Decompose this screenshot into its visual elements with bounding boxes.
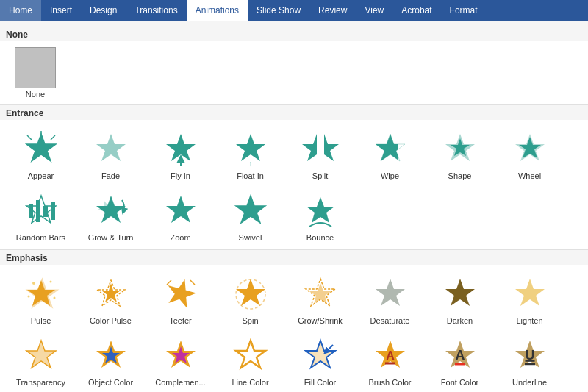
menu-insert[interactable]: Insert	[41, 0, 81, 21]
none-label: None	[26, 90, 45, 99]
complementary-label: Complemen...	[155, 378, 205, 387]
anim-flyin[interactable]: Fly In	[146, 123, 215, 185]
appear-icon	[21, 129, 62, 170]
animations-panel: None None Entrance Appear	[0, 21, 588, 392]
menu-acrobat[interactable]: Acrobat	[392, 0, 440, 21]
svg-text:A: A	[386, 349, 395, 362]
appear-label: Appear	[28, 171, 54, 180]
anim-none[interactable]: None	[6, 44, 65, 101]
split-label: Split	[312, 171, 328, 180]
entrance-grid: Appear Fade Fly In	[0, 120, 588, 250]
darken-icon	[440, 274, 481, 315]
anim-appear[interactable]: Appear	[6, 123, 76, 185]
split-icon	[300, 129, 341, 170]
desaturate-icon	[370, 274, 411, 315]
bounce-icon	[300, 190, 341, 232]
svg-rect-22	[29, 204, 33, 218]
svg-text:↑: ↑	[248, 160, 252, 168]
wheel-icon	[509, 129, 551, 170]
shape-icon	[440, 129, 481, 170]
anim-desaturate[interactable]: Desaturate	[355, 268, 425, 329]
colorpulse-label: Color Pulse	[90, 316, 132, 325]
growshrink-icon	[300, 274, 341, 315]
fillcolor-icon	[300, 335, 341, 377]
menu-design[interactable]: Design	[81, 0, 126, 21]
svg-line-3	[51, 135, 55, 140]
menu-bar: Home Insert Design Transitions Animation…	[0, 0, 588, 21]
anim-fillcolor[interactable]: Fill Color	[285, 329, 355, 391]
growturn-icon	[90, 190, 132, 232]
transparency-label: Transparency	[16, 378, 65, 387]
none-grid: None	[0, 41, 588, 105]
objectcolor-label: Object Color	[88, 378, 133, 387]
menu-home[interactable]: Home	[0, 0, 41, 21]
svg-marker-57	[236, 341, 265, 368]
transparency-icon	[21, 335, 62, 377]
flyin-icon	[160, 129, 201, 170]
anim-transparency[interactable]: Transparency	[6, 329, 76, 391]
anim-split[interactable]: Split	[285, 123, 355, 185]
anim-growturn[interactable]: Grow & Turn	[76, 185, 146, 246]
svg-point-37	[27, 296, 29, 298]
anim-lighten[interactable]: Lighten	[495, 268, 564, 329]
anim-underline[interactable]: U Underline	[495, 329, 564, 391]
anim-teeter[interactable]: Teeter	[146, 268, 215, 329]
anim-objectcolor[interactable]: Object Color	[76, 329, 146, 391]
anim-floatin[interactable]: ↑ Float In	[215, 123, 285, 185]
anim-colorpulse[interactable]: Color Pulse	[76, 268, 146, 329]
floatin-label: Float In	[237, 171, 264, 180]
menu-view[interactable]: View	[356, 0, 392, 21]
spin-label: Spin	[242, 316, 258, 325]
svg-point-38	[53, 297, 55, 299]
anim-randombars[interactable]: Random Bars	[6, 185, 76, 246]
svg-marker-27	[96, 196, 126, 223]
anim-shape[interactable]: Shape	[425, 123, 495, 185]
svg-marker-44	[236, 279, 265, 306]
anim-complementary[interactable]: Complemen...	[146, 329, 215, 391]
anim-linecolor[interactable]: Line Color	[215, 329, 285, 391]
menu-animations[interactable]: Animations	[187, 0, 248, 21]
svg-marker-48	[376, 279, 405, 306]
fade-icon	[90, 129, 132, 170]
none-icon	[15, 47, 56, 88]
anim-bounce[interactable]: Bounce	[285, 185, 355, 246]
section-none-header: None	[0, 26, 588, 41]
svg-marker-8	[236, 134, 265, 161]
anim-fade[interactable]: Fade	[76, 123, 146, 185]
svg-line-42	[167, 280, 171, 285]
wipe-label: Wipe	[381, 171, 399, 180]
darken-label: Darken	[447, 316, 473, 325]
svg-marker-29	[166, 196, 196, 223]
menu-transitions[interactable]: Transitions	[126, 0, 186, 21]
complementary-icon	[160, 335, 201, 377]
menu-review[interactable]: Review	[309, 0, 356, 21]
svg-text:U: U	[525, 348, 534, 363]
anim-fontcolor[interactable]: A Font Color	[425, 329, 495, 391]
fade-label: Fade	[101, 171, 120, 180]
swivel-icon	[230, 190, 271, 232]
anim-wheel[interactable]: Wheel	[495, 123, 564, 185]
anim-zoom[interactable]: Zoom	[146, 185, 215, 246]
menu-slideshow[interactable]: Slide Show	[248, 0, 309, 21]
fontcolor-icon: A	[440, 335, 481, 377]
anim-spin[interactable]: Spin	[215, 268, 285, 329]
menu-format[interactable]: Format	[441, 0, 487, 21]
svg-text:A: A	[455, 348, 465, 363]
spin-icon	[230, 274, 271, 315]
anim-darken[interactable]: Darken	[425, 268, 495, 329]
randombars-icon	[21, 190, 62, 232]
fillcolor-label: Fill Color	[304, 378, 336, 387]
brushcolor-icon: A	[370, 335, 411, 377]
growturn-label: Grow & Turn	[88, 233, 134, 242]
anim-growshrink[interactable]: Grow/Shrink	[285, 268, 355, 329]
anim-wipe[interactable]: Wipe	[355, 123, 425, 185]
anim-brushcolor[interactable]: A Brush Color	[355, 329, 425, 391]
lighten-label: Lighten	[516, 316, 542, 325]
fontcolor-label: Font Color	[441, 378, 478, 387]
anim-pulse[interactable]: Pulse	[6, 268, 76, 329]
anim-swivel[interactable]: Swivel	[215, 185, 285, 246]
shape-label: Shape	[448, 171, 472, 180]
linecolor-icon	[230, 335, 271, 377]
growshrink-label: Grow/Shrink	[298, 316, 343, 325]
svg-line-2	[27, 135, 32, 140]
